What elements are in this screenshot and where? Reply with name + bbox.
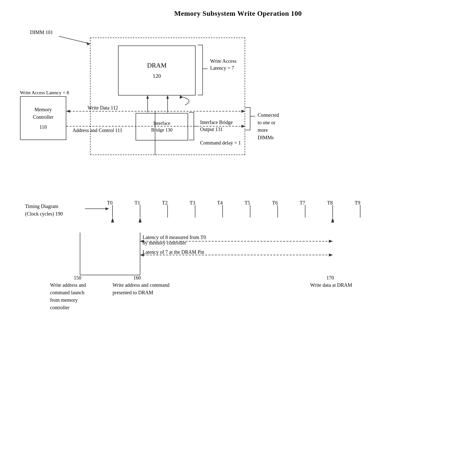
ib-output-label: Interface BridgeOutput 131: [200, 119, 233, 133]
svg-marker-34: [329, 240, 333, 243]
dram-number: 120: [153, 73, 161, 79]
tick-t3: T3: [190, 200, 195, 206]
timing-svg: [20, 200, 450, 425]
node170: 170: [326, 275, 334, 281]
page-title: Memory Subsystem Write Operation 100: [0, 0, 476, 18]
mc-number: 110: [40, 123, 47, 131]
svg-marker-37: [329, 254, 333, 256]
node150-desc: Write address andcommand launchfrom memo…: [50, 281, 86, 311]
tick-t6: T6: [272, 200, 278, 206]
tick-t8: T8: [327, 200, 333, 206]
node150: 150: [74, 275, 81, 281]
write-data-label: Write Data 112: [88, 105, 118, 111]
svg-marker-31: [111, 218, 114, 222]
tick-t2: T2: [162, 200, 168, 206]
top-diagram: DRAM 120 InterfaceBridge 130 MemoryContr…: [20, 22, 450, 192]
dimm-box: DRAM 120 InterfaceBridge 130: [90, 38, 245, 155]
node170-desc: Write data at DRAM: [310, 281, 352, 289]
dram-box: DRAM 120: [118, 46, 196, 96]
tick-t4: T4: [217, 200, 223, 206]
tick-t5: T5: [245, 200, 250, 206]
command-delay-label: Command delay = 1: [200, 140, 241, 146]
bottom-diagram: Timing Diagram(Clock cycles) 190: [20, 200, 450, 450]
connected-label: Connectedto one ormoreDIMMs: [258, 111, 279, 141]
latency8-sub: by memory controller: [143, 240, 186, 246]
interface-bridge-box: InterfaceBridge 130: [136, 113, 188, 140]
memory-controller-box: MemoryController 110: [20, 96, 66, 140]
svg-line-13: [59, 36, 90, 44]
addr-ctrl-label: Address and Control 111: [73, 128, 122, 133]
dram-label: DRAM: [147, 62, 167, 69]
page: Memory Subsystem Write Operation 100 DRA…: [0, 0, 476, 466]
mc-label: MemoryController: [33, 106, 53, 121]
ib-label: InterfaceBridge 130: [151, 120, 173, 133]
svg-marker-30: [139, 218, 142, 222]
tick-t1: T1: [135, 200, 140, 206]
write-access-latency-right: Write AccessLatency = 7: [210, 58, 236, 72]
latency8-label: Latency of 8 measured from T0: [143, 234, 206, 240]
node160-desc: Write address and commandpresented to DR…: [113, 281, 169, 296]
node160: 160: [133, 275, 141, 281]
tick-t7: T7: [300, 200, 305, 206]
tick-t0: T0: [107, 200, 113, 206]
svg-marker-14: [86, 42, 90, 46]
svg-marker-7: [66, 110, 70, 113]
dimm-label: DIMM 101: [30, 30, 53, 35]
svg-marker-38: [331, 218, 334, 222]
latency7-label: Latency of 7 at the DRAM Pin: [143, 249, 204, 255]
svg-marker-16: [106, 207, 109, 210]
write-access-latency-left: Write Access Latency = 8: [20, 90, 69, 96]
tick-t9: T9: [355, 200, 360, 206]
